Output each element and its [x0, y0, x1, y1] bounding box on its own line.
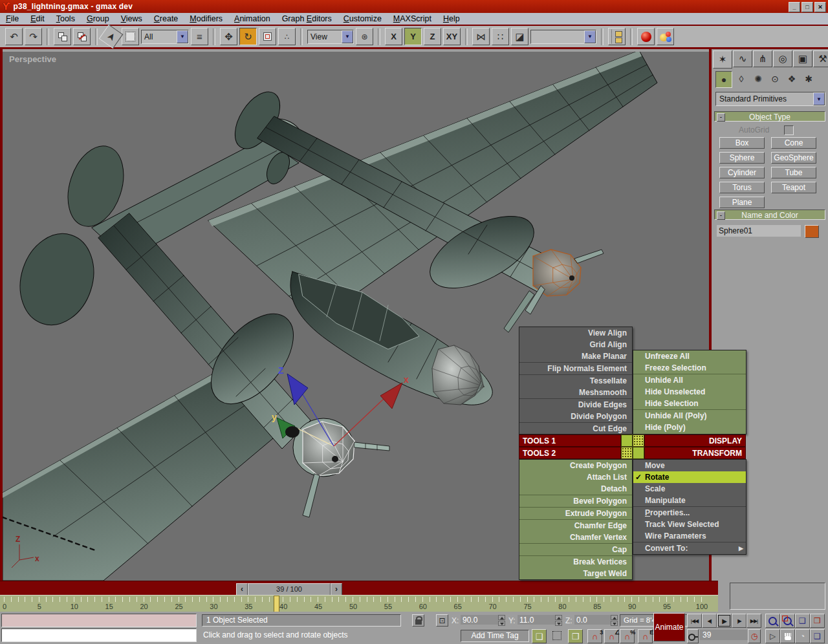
- maxscript-input-field[interactable]: [1, 628, 197, 642]
- named-selection-dropdown[interactable]: ▼: [530, 30, 596, 44]
- menu-create[interactable]: Create: [148, 13, 184, 25]
- animate-button[interactable]: Animate: [653, 613, 685, 641]
- quad-item-manipulate[interactable]: Manipulate: [633, 495, 746, 506]
- current-frame-marker[interactable]: [274, 596, 279, 612]
- pan-icon[interactable]: [780, 629, 795, 643]
- snap-toggle-icon[interactable]: ❑: [532, 629, 547, 643]
- restrict-y-button[interactable]: Y: [404, 28, 422, 45]
- angle-snap-icon[interactable]: ∩∠: [604, 629, 619, 643]
- maximize-button[interactable]: □: [801, 2, 813, 12]
- quad-item-flip-normals-element[interactable]: Flip Normals Element: [519, 363, 632, 374]
- track-bar-ruler[interactable]: 0510152025303540455055606570758085909510…: [0, 595, 718, 613]
- gizmo-x-axis[interactable]: [334, 398, 384, 446]
- z-coord-field[interactable]: [574, 615, 611, 625]
- time-slider-button[interactable]: 39 / 100: [248, 583, 331, 596]
- primitive-button-box[interactable]: Box: [719, 137, 765, 149]
- go-to-start-icon[interactable]: |◀◀: [687, 614, 702, 628]
- object-type-rollout[interactable]: - Object Type: [714, 111, 825, 122]
- quad-item-target-weld[interactable]: Target Weld: [519, 568, 632, 579]
- quad-item-convert-to[interactable]: Convert To:▶: [633, 542, 746, 554]
- time-configuration-icon[interactable]: ◷: [748, 629, 761, 643]
- mirror-icon[interactable]: ⋈: [472, 28, 490, 45]
- dropdown-arrow-icon[interactable]: ▼: [584, 30, 596, 43]
- restrict-xy-button[interactable]: XY: [443, 28, 461, 45]
- percent-snap-icon[interactable]: ∩%: [620, 629, 635, 643]
- quad-item-move[interactable]: Move: [633, 460, 746, 471]
- menu-edit[interactable]: Edit: [25, 13, 50, 25]
- quad-item-divide-edges[interactable]: Divide Edges: [519, 399, 632, 411]
- quad-item-unhide-all[interactable]: Unhide All: [633, 374, 746, 386]
- next-frame-arrow[interactable]: ›: [331, 583, 342, 596]
- y-coord-field[interactable]: [518, 615, 555, 625]
- zoom-extents-all-icon[interactable]: ❒: [810, 614, 825, 628]
- minimize-button[interactable]: _: [789, 2, 800, 12]
- quad-item-break-vertices[interactable]: Break Vertices: [519, 556, 632, 568]
- quad-item-properties[interactable]: Properties...: [633, 507, 746, 519]
- absolute-offset-toggle-icon[interactable]: ⊡: [436, 614, 448, 627]
- quad-item-grid-align[interactable]: Grid Align: [519, 339, 632, 350]
- redo-icon[interactable]: ↷: [25, 28, 42, 45]
- primitive-button-tube[interactable]: Tube: [771, 167, 816, 178]
- quad-header-display[interactable]: DISPLAY: [644, 435, 746, 447]
- menu-file[interactable]: File: [0, 13, 25, 25]
- name-and-color-rollout[interactable]: - Name and Color: [714, 209, 825, 220]
- menu-modifiers[interactable]: Modifiers: [184, 13, 228, 25]
- quad-item-cut-edge[interactable]: Cut Edge: [519, 423, 632, 435]
- time-slider-bar[interactable]: ‹ 39 / 100 ›: [0, 581, 718, 596]
- quad-item-meshsmooth[interactable]: Meshsmooth: [519, 387, 632, 398]
- degradation-toggle-icon[interactable]: ❒: [568, 629, 583, 643]
- play-animation-icon[interactable]: ▶: [717, 614, 732, 628]
- quad-header-tools2[interactable]: TOOLS 2: [519, 447, 621, 459]
- category-lights-icon[interactable]: ✺: [750, 71, 766, 87]
- primitive-type-dropdown[interactable]: Standard Primitives ▼: [715, 92, 825, 106]
- quad-item-hide-selection[interactable]: Hide Selection: [633, 398, 746, 409]
- primitive-button-teapot[interactable]: Teapot: [771, 182, 816, 193]
- quad-item-chamfer-edge[interactable]: Chamfer Edge: [519, 520, 632, 531]
- category-geometry-icon[interactable]: ●: [715, 71, 732, 88]
- autogrid-checkbox[interactable]: [784, 125, 794, 135]
- quad-item-divide-polygon[interactable]: Divide Polygon: [519, 411, 632, 422]
- select-and-rotate-icon[interactable]: ↻: [239, 28, 257, 45]
- zoom-icon[interactable]: [765, 614, 780, 628]
- gizmo-x-arrowhead[interactable]: [380, 383, 402, 409]
- tab-display-icon[interactable]: ▣: [793, 50, 812, 67]
- go-to-end-icon[interactable]: ▶▶|: [746, 614, 761, 628]
- previous-frame-arrow[interactable]: ‹: [236, 583, 248, 596]
- unlink-selection-icon[interactable]: [73, 28, 91, 45]
- object-name-field[interactable]: [717, 225, 801, 237]
- previous-frame-icon[interactable]: ◀|: [702, 614, 717, 628]
- min-max-toggle-icon[interactable]: ❑: [810, 629, 825, 643]
- select-and-move-icon[interactable]: ✥: [220, 28, 237, 45]
- arc-rotate-icon[interactable]: ◔: [795, 629, 810, 643]
- z-spinner[interactable]: [611, 615, 618, 626]
- material-editor-icon[interactable]: [637, 28, 655, 45]
- array-icon[interactable]: ∷: [492, 28, 509, 45]
- object-color-swatch[interactable]: [805, 225, 819, 238]
- maxscript-listener-field[interactable]: [1, 614, 197, 627]
- quad-item-detach[interactable]: Detach: [519, 483, 632, 495]
- quad-item-freeze-selection[interactable]: Freeze Selection: [633, 362, 746, 374]
- dropdown-arrow-icon[interactable]: ▼: [177, 30, 188, 43]
- quad-item-rotate[interactable]: ✓Rotate: [633, 471, 746, 483]
- quad-item-track-view-selected[interactable]: Track View Selected: [633, 519, 746, 530]
- undo-icon[interactable]: ↶: [5, 28, 23, 45]
- collapse-icon[interactable]: -: [717, 211, 725, 220]
- quad-item-view-align[interactable]: View Align: [519, 327, 632, 339]
- close-button[interactable]: ✕: [814, 2, 826, 12]
- category-shapes-icon[interactable]: ◊: [734, 71, 749, 87]
- quad-header-transform[interactable]: TRANSFORM: [644, 447, 746, 459]
- primitive-button-cone[interactable]: Cone: [771, 137, 816, 149]
- tab-hierarchy-icon[interactable]: ⋔: [753, 50, 772, 67]
- primitive-button-geosphere[interactable]: GeoSphere: [771, 152, 816, 164]
- quad-item-unhide-all-poly[interactable]: Unhide All (Poly): [633, 410, 746, 422]
- quad-item-hide-poly[interactable]: Hide (Poly): [633, 422, 746, 433]
- viewport-label[interactable]: Perspective: [9, 54, 56, 64]
- primitive-button-cylinder[interactable]: Cylinder: [719, 167, 765, 178]
- add-time-tag-button[interactable]: Add Time Tag: [461, 630, 529, 642]
- tab-utilities-icon[interactable]: ⚒: [813, 50, 828, 67]
- tab-create-icon[interactable]: ✶: [713, 50, 732, 69]
- selection-region-snap-icon[interactable]: [550, 629, 563, 642]
- quad-item-extrude-polygon[interactable]: Extrude Polygon: [519, 508, 632, 519]
- menu-graph-editors[interactable]: Graph Editors: [276, 13, 338, 25]
- next-frame-icon[interactable]: |▶: [732, 614, 746, 628]
